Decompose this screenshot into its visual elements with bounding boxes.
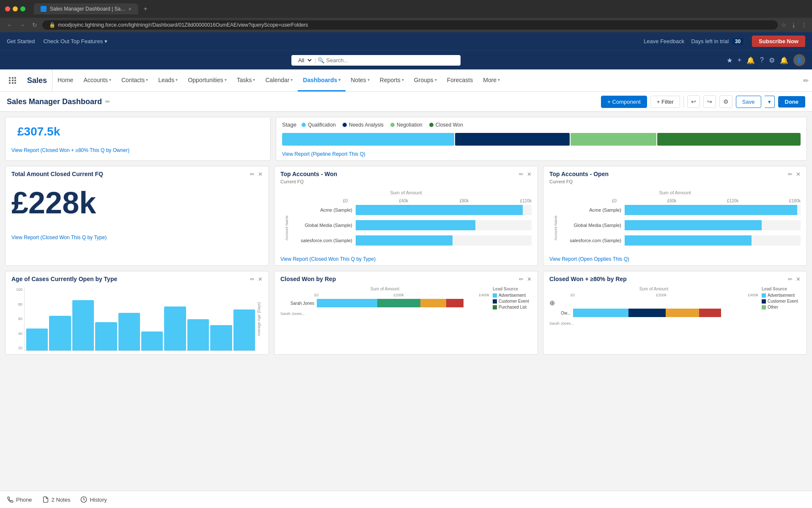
legend-negotiation: Negotiation [390,122,422,128]
search-scope-select[interactable]: All [296,57,313,64]
close-window-dot[interactable] [5,6,10,11]
edit-icon[interactable]: ✏ [250,276,255,282]
app-launcher-button[interactable] [3,69,22,91]
bookmark-icon[interactable]: ☆ [781,22,787,28]
add-icon[interactable]: + [738,56,741,64]
total-amount-card: Total Amount Closed Current FQ ✏ ✕ £228k… [5,166,269,266]
stacked-seg-other [666,309,699,317]
pipeline-bar-needs-analysis [455,133,570,146]
title-edit-icon[interactable]: ✏ [105,98,110,105]
settings-button[interactable]: ⚙ [719,95,732,108]
nav-item-accounts[interactable]: Accounts ▾ [78,69,116,91]
window-controls [5,6,25,11]
lock-icon: 🔒 [49,22,55,28]
stacked-seg-adv [573,309,628,317]
close-icon[interactable]: ✕ [796,171,801,177]
bar-track [625,235,801,246]
notifications-icon[interactable]: 🔔 [780,56,788,64]
done-button[interactable]: Done [778,96,806,108]
chevron-down-icon: ▾ [338,77,340,82]
subscribe-now-button[interactable]: Subscribe Now [752,36,805,47]
check-out-features-link[interactable]: Check Out Top Features ▾ [43,38,107,44]
nav-item-contacts[interactable]: Contacts ▾ [116,69,153,91]
total-amount-view-report[interactable]: View Report (Closed Won This Q by Type) [11,235,107,240]
sf-top-right: Leave Feedback Days left in trial 30 Sub… [644,36,805,47]
nav-item-calendar[interactable]: Calendar ▾ [260,69,298,91]
legend-purchased-list: Purchased List [493,305,532,309]
sf-top-links: Get Started Check Out Top Features ▾ [7,38,107,44]
menu-icon[interactable]: ⋮ [801,22,807,28]
account-name-y-label: Account Name [280,205,293,251]
nav-item-more[interactable]: More ▾ [478,69,505,91]
nav-item-reports[interactable]: Reports ▾ [375,69,409,91]
help-icon[interactable]: ? [760,56,764,64]
close-icon[interactable]: ✕ [796,276,801,282]
add-component-button[interactable]: + Component [601,96,647,108]
nav-item-home[interactable]: Home [52,69,78,91]
save-button[interactable]: Save [736,96,761,108]
close-icon[interactable]: ✕ [527,276,532,282]
edit-icon[interactable]: ✏ [788,171,793,177]
edit-icon[interactable]: ✏ [250,171,255,177]
closed-won-80-title: Closed Won + ≥80% by Rep [549,276,627,282]
total-amount-actions: ✏ ✕ [250,171,263,177]
favorites-icon[interactable]: ★ [727,56,732,64]
forward-button[interactable]: → [18,21,27,29]
close-icon[interactable]: ✕ [258,171,263,177]
nav-item-leads[interactable]: Leads ▾ [153,69,183,91]
legend-qualification: Qualification [302,122,336,128]
nav-item-opportunities[interactable]: Opportunities ▾ [183,69,231,91]
close-icon[interactable]: ✕ [527,171,532,177]
chevron-down-icon: ▾ [109,77,111,82]
app-name: Sales [22,69,52,91]
settings-icon[interactable]: ⚙ [769,56,775,64]
nav-item-notes[interactable]: Notes ▾ [346,69,375,91]
bar-label-acme: Acme (Sample) [562,207,621,213]
top-accounts-open-chart: Sum of Amount £0 £60k £120k £180k Accoun… [543,187,807,252]
download-icon[interactable]: ⭳ [791,22,797,28]
nav-item-tasks[interactable]: Tasks ▾ [232,69,261,91]
tab-close-button[interactable]: ✕ [128,7,132,11]
nav-item-groups[interactable]: Groups ▾ [409,69,442,91]
legend-event-dot [762,299,766,304]
account-name-y-label: Account Name [549,205,562,251]
chart-axis-labels: £0 £40k £80k £120k [343,199,532,203]
search-input[interactable] [326,57,436,64]
bar-fill [625,235,752,246]
chart-axis-labels: £0 £60k £120k £180k [612,199,801,203]
sf-top-bar: Get Started Check Out Top Features ▾ Lea… [0,32,812,50]
minimize-window-dot[interactable] [13,6,18,11]
top-accounts-open-actions: ✏ ✕ [788,171,801,177]
bell-icon[interactable]: 🔔 [746,56,755,64]
close-icon[interactable]: ✕ [258,276,263,282]
redo-button[interactable]: ↪ [703,95,716,108]
reload-button[interactable]: ↻ [30,21,39,29]
bar-fill [356,235,453,246]
nav-item-forecasts[interactable]: Forecasts [442,69,478,91]
nav-edit-icon[interactable]: ✏ [803,77,809,85]
edit-icon[interactable]: ✏ [788,276,793,282]
get-started-link[interactable]: Get Started [7,38,35,44]
nav-item-dashboards[interactable]: Dashboards ▾ [298,69,346,91]
pipeline-view-report-link[interactable]: View Report (Pipeline Report This Q) [282,151,365,157]
edit-icon[interactable]: ✏ [519,171,524,177]
new-tab-button[interactable]: + [143,5,147,13]
save-dropdown-button[interactable]: ▾ [765,96,775,108]
undo-button[interactable]: ↩ [687,95,700,108]
back-button[interactable]: ← [5,21,14,29]
address-bar[interactable]: 🔒 moodjoyinc.lightning.force.com/lightni… [42,20,778,30]
avatar[interactable]: 👤 [793,54,805,66]
sum-of-amount-label: Sum of Amount [280,190,532,195]
closed-won-header: Closed Won by Rep ✏ ✕ [274,271,538,284]
top-accounts-won-view-report[interactable]: View Report (Closed Won This Q by Type) [280,256,376,262]
leave-feedback-link[interactable]: Leave Feedback [644,38,684,44]
closed-won-legend: Lead Source Advertisement Customer Event… [489,287,532,309]
maximize-window-dot[interactable] [20,6,25,11]
view-report-link[interactable]: View Report (Closed Won + ≥80% This Q by… [11,147,129,153]
sum-of-amount-label: Sum of Amount [549,190,801,195]
filter-button[interactable]: + Filter [650,96,680,108]
top-accounts-open-view-report[interactable]: View Report (Open Oppties This Q) [549,256,629,262]
bar-track [625,220,801,230]
browser-tab[interactable]: Sales Manager Dashboard | Sa... ✕ [34,3,138,14]
edit-icon[interactable]: ✏ [519,276,524,282]
